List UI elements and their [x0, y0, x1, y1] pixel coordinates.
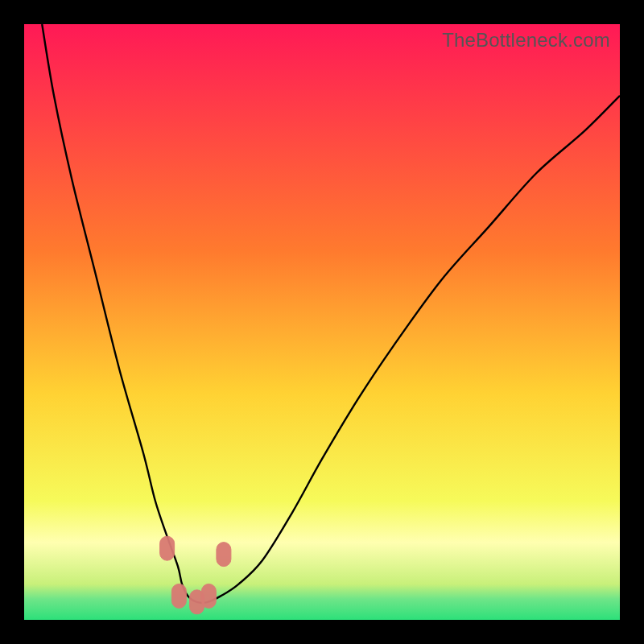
optimal-marker: [217, 543, 231, 567]
chart-frame: TheBottleneck.com: [24, 24, 620, 620]
optimal-marker: [160, 536, 175, 560]
bottleneck-curve: [42, 24, 620, 603]
optimal-markers: [160, 536, 231, 614]
watermark-text: TheBottleneck.com: [442, 29, 610, 52]
optimal-marker: [171, 584, 186, 608]
chart-plot: [24, 24, 620, 620]
optimal-marker: [201, 584, 216, 608]
